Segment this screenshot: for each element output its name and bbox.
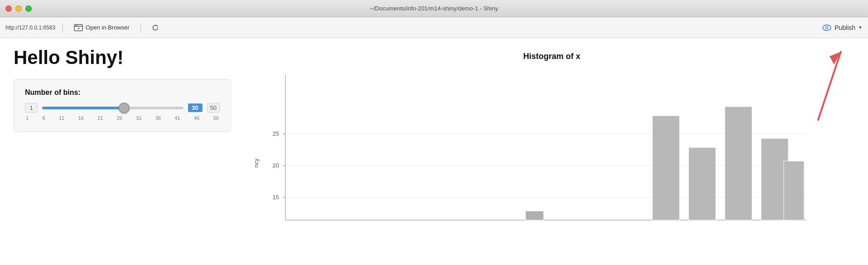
refresh-icon <box>152 24 159 31</box>
right-panel: Histogram of x ncy 15 20 <box>249 47 854 256</box>
bins-label: Number of bins: <box>25 88 220 97</box>
open-in-browser-button[interactable]: Open in Browser <box>70 22 133 33</box>
main-content: Hello Shiny! Number of bins: 1 30 50 1 6… <box>0 38 868 265</box>
histogram-chart: 15 20 25 <box>263 70 829 238</box>
svg-point-6 <box>826 27 828 28</box>
y-axis-label: ncy <box>253 158 260 167</box>
svg-rect-21 <box>725 107 752 220</box>
tick-4: 16 <box>78 115 84 121</box>
tick-8: 36 <box>155 115 161 121</box>
minimize-button[interactable] <box>15 5 22 12</box>
tick-1: 1 <box>26 115 29 121</box>
sidebar-panel: Number of bins: 1 30 50 1 6 11 16 21 26 <box>14 79 231 132</box>
title-bar: ~/Documents/info-201/m14-shiny/demo-1 - … <box>0 0 868 17</box>
tick-9: 41 <box>175 115 180 121</box>
open-in-browser-label: Open in Browser <box>86 24 130 31</box>
slider-row: 1 30 50 <box>25 103 220 113</box>
slider-min-label: 1 <box>25 103 38 113</box>
slider-current-value: 30 <box>188 103 203 112</box>
chart-area: ncy 15 20 25 <box>249 70 854 256</box>
left-panel: Hello Shiny! Number of bins: 1 30 50 1 6… <box>14 47 249 256</box>
window-title: ~/Documents/info-201/m14-shiny/demo-1 - … <box>370 5 498 12</box>
slider-track-container[interactable] <box>42 103 183 113</box>
publish-label: Publish <box>834 24 855 31</box>
refresh-button[interactable] <box>148 22 163 33</box>
slider-ticks: 1 6 11 16 21 26 31 36 41 46 50 <box>25 115 220 121</box>
url-display: http://127.0.0.1:6583 <box>5 25 55 31</box>
open-in-browser-icon <box>74 24 83 31</box>
svg-rect-18 <box>526 211 544 220</box>
svg-rect-19 <box>652 116 680 220</box>
slider-max-label: 50 <box>207 103 220 113</box>
maximize-button[interactable] <box>25 5 32 12</box>
chart-title: Histogram of x <box>523 52 580 61</box>
svg-rect-20 <box>689 147 716 220</box>
slider-fill <box>42 107 124 109</box>
svg-text:25: 25 <box>273 130 279 137</box>
tick-5: 21 <box>97 115 103 121</box>
toolbar-divider-2 <box>140 23 141 32</box>
toolbar-divider-1 <box>63 23 63 32</box>
publish-dropdown-arrow[interactable]: ▼ <box>858 25 863 30</box>
tick-7: 31 <box>136 115 141 121</box>
slider-track <box>42 107 183 109</box>
tick-3: 11 <box>59 115 64 121</box>
svg-text:20: 20 <box>273 162 279 169</box>
svg-rect-23 <box>784 161 804 220</box>
svg-point-3 <box>77 25 77 26</box>
publish-icon <box>822 24 832 32</box>
app-title: Hello Shiny! <box>14 47 249 68</box>
tick-2: 6 <box>42 115 45 121</box>
svg-marker-25 <box>829 52 841 64</box>
toolbar: http://127.0.0.1:6583 Open in Browser Pu <box>0 17 868 38</box>
window-controls <box>5 5 32 12</box>
tick-10: 46 <box>194 115 199 121</box>
svg-point-2 <box>75 25 76 26</box>
svg-text:15: 15 <box>273 194 279 201</box>
slider-thumb[interactable] <box>119 103 130 113</box>
close-button[interactable] <box>5 5 12 12</box>
publish-button[interactable]: Publish ▼ <box>822 24 863 32</box>
tick-11: 50 <box>213 115 219 121</box>
tick-6: 26 <box>117 115 122 121</box>
